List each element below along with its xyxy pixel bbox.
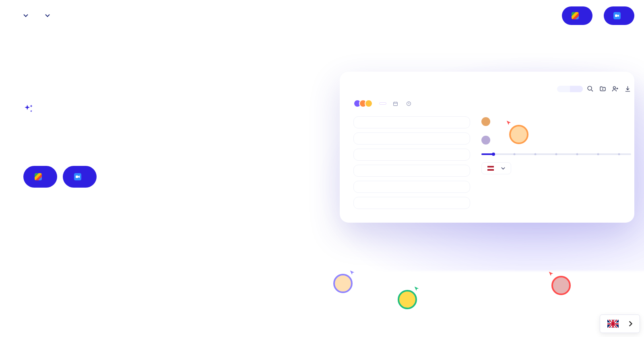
svg-rect-4 bbox=[394, 102, 398, 105]
cursor-icon bbox=[414, 286, 419, 292]
svg-rect-0 bbox=[615, 14, 617, 17]
cursor-icon bbox=[548, 271, 554, 277]
sparkle-icon bbox=[23, 104, 34, 114]
timeline-slider[interactable] bbox=[481, 153, 631, 155]
download-icon[interactable] bbox=[624, 85, 631, 92]
us-flag-icon bbox=[487, 166, 494, 171]
cursor-icon bbox=[349, 270, 355, 275]
zoom-icon bbox=[74, 173, 81, 180]
chevron-right-icon bbox=[628, 321, 632, 327]
note-row[interactable] bbox=[353, 132, 470, 145]
role-bubble-cs bbox=[509, 125, 532, 144]
avatar bbox=[551, 276, 571, 295]
transcript-entry bbox=[481, 116, 631, 126]
role-bubble-design bbox=[330, 274, 353, 293]
avatar bbox=[333, 274, 353, 293]
note-row[interactable] bbox=[353, 181, 470, 193]
chevron-down-icon bbox=[45, 14, 50, 17]
nav-roles[interactable] bbox=[21, 14, 28, 17]
language-selector[interactable] bbox=[600, 314, 640, 333]
chevron-down-icon bbox=[501, 167, 505, 170]
role-bubble-dev bbox=[551, 276, 574, 295]
preview-card bbox=[340, 72, 634, 223]
zoom-icon bbox=[613, 12, 621, 19]
add-folder-icon[interactable] bbox=[599, 85, 606, 92]
calendar-icon bbox=[393, 101, 398, 106]
participant-avatars bbox=[353, 99, 373, 108]
note-row[interactable] bbox=[353, 165, 470, 177]
svg-point-3 bbox=[613, 87, 616, 89]
avatar bbox=[509, 125, 528, 144]
role-bubble-sales bbox=[394, 290, 417, 309]
add-user-icon[interactable] bbox=[612, 85, 619, 92]
header-cta-meet[interactable] bbox=[562, 6, 592, 25]
avatar bbox=[481, 136, 490, 145]
meeting-date bbox=[393, 101, 400, 106]
note-row[interactable] bbox=[353, 116, 470, 128]
hero-title bbox=[23, 125, 324, 148]
transcribe-language-selector[interactable] bbox=[481, 162, 511, 174]
clock-icon bbox=[406, 101, 411, 106]
cursor-icon bbox=[506, 120, 512, 126]
chevron-down-icon bbox=[23, 14, 28, 17]
svg-point-2 bbox=[588, 86, 592, 90]
google-meet-icon bbox=[572, 12, 579, 19]
header-cta-zoom[interactable] bbox=[604, 6, 634, 25]
powered-by-tag bbox=[23, 104, 38, 114]
svg-rect-1 bbox=[76, 176, 78, 178]
note-row[interactable] bbox=[353, 197, 470, 209]
tab-video[interactable] bbox=[557, 86, 570, 92]
hero-cta-zoom[interactable] bbox=[63, 166, 97, 188]
search-icon[interactable] bbox=[587, 85, 594, 92]
google-meet-icon bbox=[35, 173, 42, 180]
tab-transcript[interactable] bbox=[570, 86, 583, 92]
nav-use-cases[interactable] bbox=[43, 14, 50, 17]
pro-badge bbox=[379, 102, 386, 105]
avatar bbox=[481, 117, 490, 126]
hero-cta-meet[interactable] bbox=[23, 166, 57, 188]
transcript-entry bbox=[481, 135, 631, 145]
avatar bbox=[398, 290, 417, 309]
uk-flag-icon bbox=[607, 320, 619, 328]
note-row[interactable] bbox=[353, 149, 470, 161]
meeting-duration bbox=[406, 101, 413, 106]
